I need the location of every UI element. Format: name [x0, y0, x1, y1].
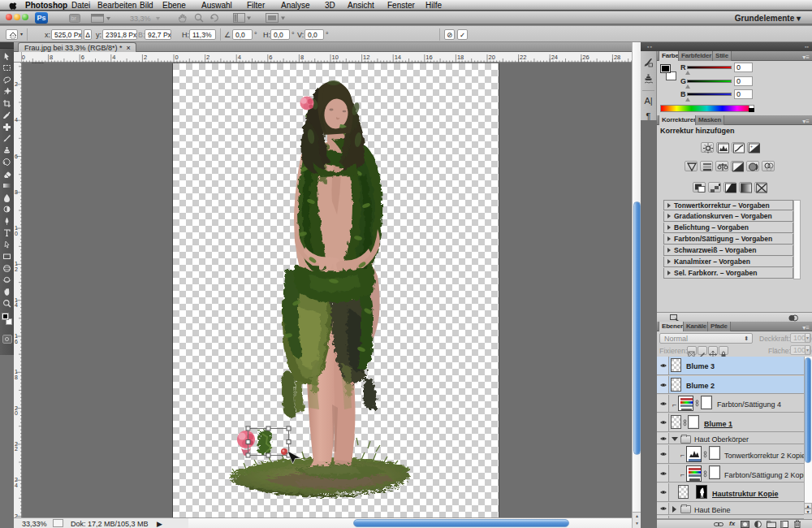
svg-text:33,3%: 33,3%	[130, 15, 151, 23]
svg-text:6: 6	[269, 54, 272, 61]
svg-text:8: 8	[15, 374, 18, 380]
svg-text:16: 16	[425, 54, 432, 61]
svg-text:4: 4	[112, 54, 115, 61]
svg-text:14: 14	[395, 54, 401, 61]
svg-text:2: 2	[206, 54, 209, 61]
svg-text:8: 8	[300, 54, 304, 61]
svg-text:2: 2	[144, 54, 147, 61]
svg-text:6: 6	[81, 54, 84, 61]
svg-text:2: 2	[15, 81, 18, 87]
svg-text:4: 4	[15, 302, 18, 308]
svg-text:0: 0	[175, 54, 179, 61]
svg-text:6: 6	[15, 339, 18, 344]
svg-text:6: 6	[15, 154, 18, 159]
svg-text:26: 26	[582, 54, 589, 61]
svg-text:2: 2	[15, 446, 18, 452]
svg-text:br: br	[71, 15, 77, 21]
svg-text:2: 2	[15, 266, 18, 272]
svg-text:4: 4	[15, 483, 18, 488]
svg-text:4: 4	[15, 117, 18, 123]
svg-text:0: 0	[15, 231, 18, 236]
svg-text:0: 0	[15, 410, 18, 416]
svg-text:22: 22	[520, 54, 526, 61]
svg-text:28: 28	[614, 54, 620, 61]
svg-text:20: 20	[489, 54, 495, 61]
svg-text:+: +	[750, 144, 753, 149]
svg-text:18: 18	[457, 54, 464, 61]
svg-text:8: 8	[50, 54, 53, 61]
svg-text:10: 10	[332, 54, 339, 61]
svg-text:4: 4	[238, 54, 241, 61]
svg-text:24: 24	[551, 54, 558, 61]
svg-text:12: 12	[363, 54, 369, 61]
svg-text:8: 8	[15, 189, 18, 195]
